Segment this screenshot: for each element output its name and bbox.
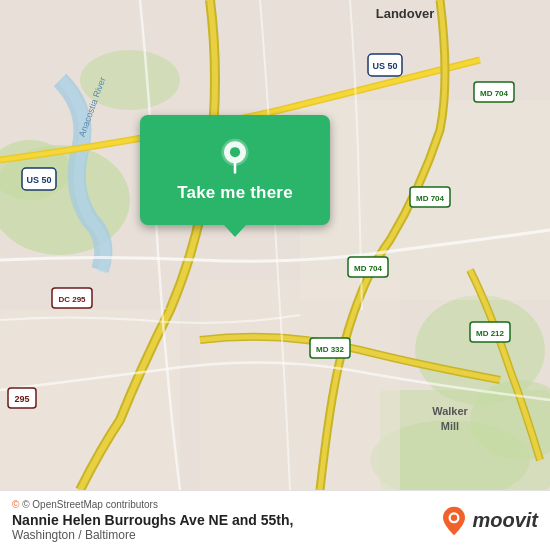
- location-name: Nannie Helen Burroughs Ave NE and 55th,: [12, 512, 293, 528]
- svg-text:US 50: US 50: [372, 61, 397, 71]
- map-background: US 50 US 50 MD 704 MD 704 MD 704 DC 295 …: [0, 0, 550, 490]
- location-pin-icon: [216, 137, 254, 175]
- osm-text: © OpenStreetMap contributors: [22, 499, 158, 510]
- svg-point-37: [230, 147, 240, 157]
- svg-point-39: [451, 514, 457, 520]
- svg-rect-8: [200, 280, 400, 490]
- moovit-brand-text: moovit: [472, 509, 538, 532]
- svg-text:MD 212: MD 212: [476, 329, 505, 338]
- moovit-logo: moovit: [440, 505, 538, 537]
- copyright-icon: ©: [12, 499, 19, 510]
- navigation-button-box[interactable]: Take me there: [140, 115, 330, 225]
- moovit-pin-icon: [440, 505, 468, 537]
- location-sub: Washington / Baltimore: [12, 528, 293, 542]
- svg-text:MD 704: MD 704: [354, 264, 383, 273]
- svg-text:Landover: Landover: [376, 6, 435, 21]
- svg-text:MD 704: MD 704: [416, 194, 445, 203]
- svg-text:295: 295: [14, 394, 29, 404]
- bottom-bar: © © OpenStreetMap contributors Nannie He…: [0, 490, 550, 550]
- osm-credit: © © OpenStreetMap contributors: [12, 499, 293, 510]
- take-me-there-label: Take me there: [177, 183, 293, 203]
- svg-text:US 50: US 50: [26, 175, 51, 185]
- map-container: US 50 US 50 MD 704 MD 704 MD 704 DC 295 …: [0, 0, 550, 490]
- take-me-there-popup[interactable]: Take me there: [140, 115, 330, 225]
- svg-text:MD 332: MD 332: [316, 345, 345, 354]
- svg-text:Walker: Walker: [432, 405, 468, 417]
- svg-text:DC 295: DC 295: [58, 295, 86, 304]
- svg-text:MD 704: MD 704: [480, 89, 509, 98]
- location-info: © © OpenStreetMap contributors Nannie He…: [12, 499, 293, 542]
- svg-text:Mill: Mill: [441, 420, 459, 432]
